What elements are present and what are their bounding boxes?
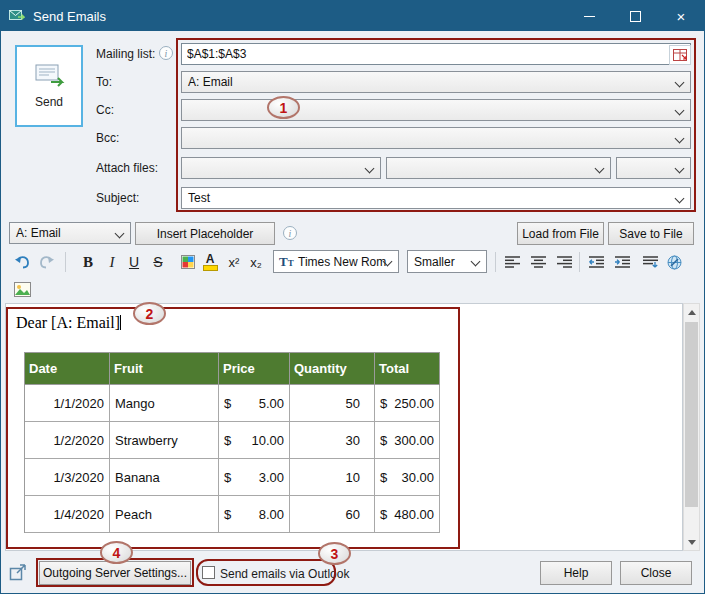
table-cell[interactable]: 1/4/2020 bbox=[25, 496, 110, 533]
table-cell[interactable]: 30 bbox=[290, 422, 375, 459]
attach-select-1[interactable] bbox=[181, 157, 381, 179]
placeholder-info-icon[interactable]: i bbox=[283, 226, 297, 240]
table-cell[interactable]: 1/2/2020 bbox=[25, 422, 110, 459]
table-cell[interactable]: $480.00 bbox=[375, 496, 440, 533]
align-center-icon bbox=[531, 256, 546, 268]
close-dialog-button[interactable]: Close bbox=[620, 561, 692, 585]
align-right-button[interactable] bbox=[553, 251, 575, 273]
highlight-color-button[interactable] bbox=[177, 251, 199, 273]
table-cell[interactable]: $3.00 bbox=[219, 459, 290, 496]
cc-select[interactable] bbox=[181, 99, 691, 121]
table-header-cell[interactable]: Fruit bbox=[110, 353, 219, 385]
table-cell[interactable]: Mango bbox=[110, 385, 219, 422]
send-button[interactable]: Send bbox=[15, 45, 83, 127]
table-cell[interactable]: 1/1/2020 bbox=[25, 385, 110, 422]
chevron-down-icon bbox=[675, 164, 685, 174]
font-size-select[interactable]: Smaller bbox=[407, 250, 487, 273]
undo-button[interactable] bbox=[11, 251, 33, 273]
chevron-down-icon bbox=[675, 106, 685, 116]
table-cell[interactable]: 50 bbox=[290, 385, 375, 422]
table-cell[interactable]: Strawberry bbox=[110, 422, 219, 459]
open-in-window-button[interactable] bbox=[7, 561, 29, 583]
indent-button[interactable] bbox=[611, 251, 633, 273]
scrollbar[interactable] bbox=[683, 303, 700, 551]
paragraph-direction-icon bbox=[643, 256, 658, 268]
chevron-down-icon bbox=[675, 134, 685, 144]
italic-button[interactable]: I bbox=[101, 251, 123, 273]
table-header-cell[interactable]: Price bbox=[219, 353, 290, 385]
strikethrough-button[interactable]: S bbox=[147, 251, 169, 273]
indent-icon bbox=[615, 256, 630, 268]
close-button[interactable]: × bbox=[658, 1, 704, 31]
insert-placeholder-button[interactable]: Insert Placeholder bbox=[135, 222, 275, 245]
table-header-cell[interactable]: Total bbox=[375, 353, 440, 385]
table-cell[interactable]: 10 bbox=[290, 459, 375, 496]
paragraph-direction-button[interactable] bbox=[639, 251, 661, 273]
superscript-button[interactable]: x² bbox=[223, 251, 245, 273]
table-cell[interactable]: $5.00 bbox=[219, 385, 290, 422]
bcc-select[interactable] bbox=[181, 127, 691, 149]
table-cell[interactable]: Banana bbox=[110, 459, 219, 496]
annotation-circle-2: 2 bbox=[133, 302, 166, 325]
table-cell[interactable]: $300.00 bbox=[375, 422, 440, 459]
font-name-select[interactable]: TT Times New Rom bbox=[273, 250, 399, 273]
font-size-value: Smaller bbox=[414, 255, 455, 269]
outlook-checkbox[interactable] bbox=[202, 566, 215, 579]
table-cell[interactable]: 1/3/2020 bbox=[25, 459, 110, 496]
table-header-cell[interactable]: Quantity bbox=[290, 353, 375, 385]
mailing-list-info-icon[interactable]: i bbox=[159, 46, 173, 60]
attach-select-2[interactable] bbox=[386, 157, 611, 179]
scrollbar-thumb[interactable] bbox=[685, 322, 698, 507]
scrollbar-down-button[interactable] bbox=[684, 534, 699, 550]
insert-image-button[interactable] bbox=[11, 278, 33, 300]
font-color-button[interactable]: A bbox=[199, 251, 221, 273]
hyperlink-icon bbox=[667, 255, 682, 270]
font-name-icon: TT bbox=[279, 254, 294, 270]
placeholder-field-select[interactable]: A: Email bbox=[9, 222, 131, 244]
outlook-checkbox-label[interactable]: Send emails via Outlook bbox=[220, 567, 349, 581]
subject-label: Subject: bbox=[96, 191, 139, 205]
table-cell[interactable]: $8.00 bbox=[219, 496, 290, 533]
attach-select-3[interactable] bbox=[616, 157, 691, 179]
table-header-cell[interactable]: Date bbox=[25, 353, 110, 385]
subject-select[interactable]: Test bbox=[181, 187, 691, 209]
cc-label: Cc: bbox=[96, 103, 114, 117]
save-to-file-button[interactable]: Save to File bbox=[608, 222, 694, 245]
table-cell[interactable]: $250.00 bbox=[375, 385, 440, 422]
align-left-icon bbox=[505, 256, 520, 268]
scrollbar-up-button[interactable] bbox=[684, 304, 699, 320]
annotation-circle-4: 4 bbox=[100, 541, 133, 564]
align-center-button[interactable] bbox=[527, 251, 549, 273]
load-from-file-button[interactable]: Load from File bbox=[517, 222, 604, 245]
email-table[interactable]: Date Fruit Price Quantity Total 1/1/2020… bbox=[24, 352, 440, 533]
table-cell[interactable]: Peach bbox=[110, 496, 219, 533]
maximize-button[interactable] bbox=[612, 1, 658, 31]
help-button[interactable]: Help bbox=[540, 561, 612, 585]
range-selector-button[interactable] bbox=[669, 45, 691, 65]
bold-button[interactable]: B bbox=[77, 251, 99, 273]
mailing-list-input[interactable] bbox=[181, 43, 691, 65]
hyperlink-button[interactable] bbox=[663, 251, 685, 273]
arrow-up-icon bbox=[688, 310, 696, 315]
outgoing-server-settings-button[interactable]: Outgoing Server Settings... bbox=[39, 561, 191, 585]
font-color-bar bbox=[203, 265, 218, 271]
minimize-button[interactable] bbox=[566, 1, 612, 31]
outdent-button[interactable] bbox=[585, 251, 607, 273]
greeting-text: Dear [A: Email] bbox=[16, 314, 121, 332]
mailing-list-label: Mailing list: bbox=[96, 47, 155, 61]
align-left-button[interactable] bbox=[501, 251, 523, 273]
subscript-button[interactable]: x₂ bbox=[245, 251, 267, 273]
table-cell[interactable]: $30.00 bbox=[375, 459, 440, 496]
to-select[interactable]: A: Email bbox=[181, 71, 691, 93]
chevron-down-icon bbox=[675, 78, 685, 88]
font-name-value: Times New Rom bbox=[298, 255, 386, 269]
underline-button[interactable]: U bbox=[123, 251, 145, 273]
editor-body[interactable]: Dear [A: Email] Date Fruit Price Quantit… bbox=[5, 303, 683, 551]
table-cell[interactable]: $10.00 bbox=[219, 422, 290, 459]
close-icon: × bbox=[677, 9, 686, 24]
align-right-icon bbox=[557, 256, 572, 268]
chevron-down-icon bbox=[675, 194, 685, 204]
bcc-label: Bcc: bbox=[96, 131, 119, 145]
redo-button[interactable] bbox=[35, 251, 57, 273]
table-cell[interactable]: 60 bbox=[290, 496, 375, 533]
